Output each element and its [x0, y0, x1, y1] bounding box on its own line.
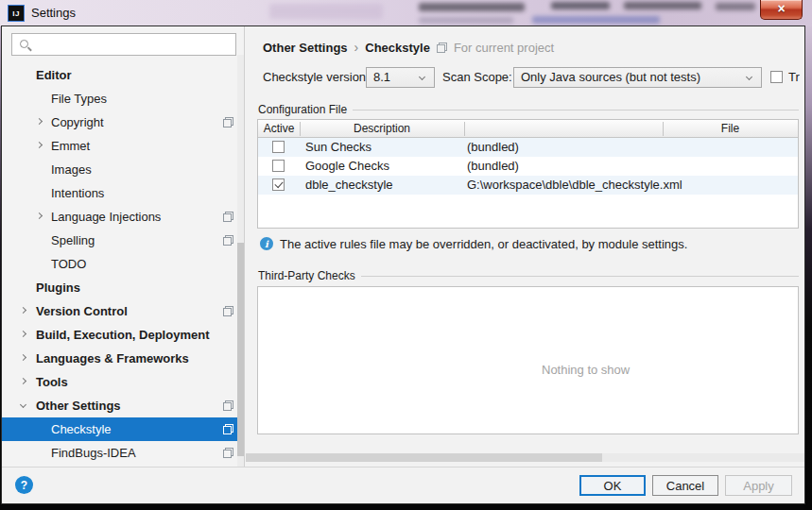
config-row-sun-checks[interactable]: Sun Checks (bundled) — [258, 138, 798, 157]
sidebar-item-file-types[interactable]: File Types — [2, 87, 245, 110]
per-project-copy-icon — [223, 306, 233, 316]
question-mark-icon: ? — [21, 479, 27, 492]
settings-sidebar: Editor File Types Copyright Emmet Images… — [2, 26, 245, 467]
chevron-right-icon[interactable] — [36, 212, 43, 219]
per-project-copy-icon — [437, 42, 447, 53]
checkstyle-version-select[interactable]: 8.1 — [366, 67, 435, 88]
horizontal-scrollbar-thumb[interactable] — [246, 453, 602, 462]
blurred-background — [419, 3, 525, 11]
checkstyle-settings-panel: Other Settings › Checkstyle For current … — [246, 26, 804, 467]
sidebar-item-version-control[interactable]: Version Control — [2, 299, 245, 323]
version-label: Checkstyle version: — [263, 70, 370, 84]
breadcrumb-current: Checkstyle — [365, 41, 430, 55]
third-party-checks-list: Nothing to show — [257, 286, 799, 434]
search-box — [11, 33, 236, 56]
info-message: The active rules file may be overridden,… — [280, 237, 687, 251]
config-row-google-checks[interactable]: Google Checks (bundled) — [258, 157, 798, 176]
sidebar-item-findbugs-idea[interactable]: FindBugs-IDEA — [2, 441, 245, 465]
sidebar-item-spelling[interactable]: Spelling — [2, 229, 245, 252]
sidebar-item-tools[interactable]: Tools — [2, 370, 245, 394]
sidebar-item-other-settings[interactable]: Other Settings — [2, 394, 245, 417]
intellij-app-icon: IJ — [8, 5, 25, 22]
cancel-button[interactable]: Cancel — [652, 475, 718, 496]
chevron-right-icon[interactable] — [20, 307, 26, 314]
sidebar-item-plugins[interactable]: Plugins — [2, 276, 245, 299]
table-header: Active Description File — [258, 120, 798, 138]
blurred-background — [716, 3, 755, 10]
chevron-right-icon[interactable] — [20, 331, 26, 337]
settings-tree: Editor File Types Copyright Emmet Images… — [2, 63, 245, 465]
blurred-background — [551, 2, 610, 9]
sidebar-item-build-execution-deployment[interactable]: Build, Execution, Deployment — [2, 323, 245, 347]
dialog-footer: ? OK Cancel Apply — [2, 467, 804, 503]
sidebar-item-todo[interactable]: TODO — [2, 252, 245, 276]
sidebar-item-checkstyle[interactable]: Checkstyle — [2, 417, 245, 441]
configuration-file-table: Active Description File Sun Checks (bund… — [257, 119, 799, 229]
configuration-file-group-title: Configuration File — [258, 103, 353, 116]
sidebar-item-emmet[interactable]: Emmet — [2, 134, 245, 158]
horizontal-scrollbar[interactable] — [246, 453, 804, 462]
window-frame-right — [804, 26, 812, 510]
info-message-row: i The active rules file may be overridde… — [260, 236, 687, 251]
scan-scope-label: Scan Scope: — [442, 70, 512, 84]
breadcrumb: Other Settings › Checkstyle For current … — [263, 39, 554, 56]
sidebar-scrollbar[interactable] — [237, 55, 245, 467]
per-project-copy-icon — [223, 424, 233, 434]
sidebar-item-language-injections[interactable]: Language Injections — [2, 205, 245, 229]
chevron-right-icon[interactable] — [36, 118, 43, 125]
column-header-description: Description — [300, 122, 464, 135]
empty-list-text: Nothing to show — [542, 363, 630, 377]
scope-note: For current project — [454, 41, 554, 55]
sidebar-item-images[interactable]: Images — [2, 158, 245, 181]
breadcrumb-separator: › — [354, 40, 359, 55]
per-project-copy-icon — [223, 400, 233, 411]
search-input[interactable] — [37, 35, 233, 54]
active-checkbox[interactable] — [272, 178, 285, 191]
active-checkbox[interactable] — [272, 160, 285, 172]
sidebar-item-intentions[interactable]: Intentions — [2, 181, 245, 205]
settings-dialog: Editor File Types Copyright Emmet Images… — [2, 26, 804, 503]
sidebar-item-copyright[interactable]: Copyright — [2, 110, 245, 134]
breadcrumb-parent: Other Settings — [263, 41, 348, 55]
settings-controls-row: Checkstyle version: 8.1 Scan Scope: Only… — [246, 67, 804, 90]
window-titlebar: IJ Settings × — [0, 0, 812, 26]
sidebar-scrollbar-thumb[interactable] — [237, 243, 245, 456]
help-button[interactable]: ? — [15, 476, 33, 494]
column-header-active: Active — [258, 122, 300, 135]
chevron-down-icon — [746, 74, 752, 80]
chevron-down-icon[interactable] — [20, 401, 26, 408]
per-project-copy-icon — [223, 212, 233, 222]
sidebar-item-languages-frameworks[interactable]: Languages & Frameworks — [2, 347, 245, 370]
blurred-background — [269, 4, 383, 19]
sidebar-item-editor[interactable]: Editor — [2, 63, 245, 87]
chevron-right-icon[interactable] — [20, 354, 26, 361]
blurred-background — [419, 17, 513, 24]
treat-errors-checkbox[interactable] — [770, 71, 783, 83]
scan-scope-select[interactable]: Only Java sources (but not tests) — [513, 67, 762, 88]
info-icon: i — [260, 237, 273, 250]
chevron-right-icon[interactable] — [36, 142, 43, 148]
apply-button[interactable]: Apply — [725, 475, 792, 496]
close-icon: × — [777, 2, 785, 15]
chevron-down-icon — [419, 74, 425, 80]
config-row-dble-checkstyle[interactable]: dble_checkstyle G:\workspace\dble\dble_c… — [258, 176, 798, 195]
search-icon — [20, 40, 28, 48]
ok-button[interactable]: OK — [579, 475, 646, 496]
window-title: Settings — [31, 6, 76, 20]
group-divider — [357, 276, 799, 277]
per-project-copy-icon — [223, 235, 233, 246]
per-project-copy-icon — [223, 448, 233, 458]
active-checkbox[interactable] — [272, 141, 285, 153]
blurred-background — [532, 16, 660, 24]
column-header-file: File — [663, 122, 798, 135]
third-party-group-title: Third-Party Checks — [258, 269, 361, 282]
treat-errors-label-truncated: Tr — [788, 70, 800, 84]
chevron-right-icon[interactable] — [20, 378, 26, 384]
blurred-background — [624, 2, 701, 9]
group-divider — [350, 110, 799, 110]
per-project-copy-icon — [223, 117, 233, 128]
close-button[interactable]: × — [760, 0, 803, 20]
